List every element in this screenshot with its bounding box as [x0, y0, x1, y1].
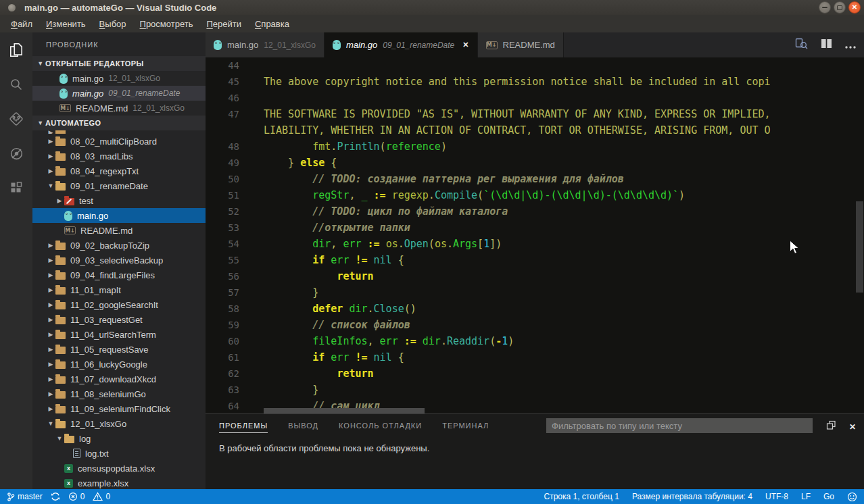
tree-item-11_07_downloadXkcd[interactable]: ▶11_07_downloadXkcd [32, 372, 206, 386]
tab-size-item[interactable]: Размер интервала табуляции: 4 [632, 492, 752, 501]
panel-tab-вывод[interactable]: ВЫВОД [288, 422, 318, 432]
sync-item[interactable] [51, 492, 60, 501]
editor-tab-main.go[interactable]: main.go12_01_xlsxGo [206, 32, 325, 57]
code-line: 57 } [206, 284, 864, 301]
minimize-button[interactable] [819, 1, 831, 14]
menu-просмотреть[interactable]: Просмотреть [133, 19, 200, 29]
folder-icon [55, 302, 66, 309]
tab-detail: 12_01_xlsxGo [264, 41, 316, 50]
open-editors-section-header[interactable]: ▼ ОТКРЫТЫЕ РЕДАКТОРЫ [32, 56, 206, 71]
open-preview-icon[interactable] [795, 38, 808, 53]
line-number: 53 [206, 220, 239, 236]
maximize-panel-icon[interactable] [826, 420, 836, 433]
tree-item-11_08_seleniumGo[interactable]: ▶11_08_seleniumGo [32, 386, 206, 401]
code-line: 58 defer dir.Close() [206, 301, 864, 317]
editor-tab-main.go[interactable]: main.go09_01_renameDate✕ [325, 32, 478, 57]
tree-item-main.go[interactable]: main.go [32, 208, 206, 223]
activity-explorer-icon[interactable] [8, 42, 24, 58]
language-mode-item[interactable]: Go [823, 492, 834, 501]
cursor-position-item[interactable]: Строка 1, столбец 1 [544, 492, 619, 501]
tree-item-label: 11_03_requestGet [70, 315, 143, 325]
close-button[interactable] [848, 1, 861, 14]
tree-item-11_05_requestSave[interactable]: ▶11_05_requestSave [32, 342, 206, 357]
folder-icon [55, 130, 66, 134]
maximize-button[interactable] [834, 1, 846, 14]
warnings-item[interactable]: 0 [93, 492, 110, 501]
vertical-scrollbar[interactable] [856, 201, 863, 293]
panel-tab-терминал[interactable]: ТЕРМИНАЛ [442, 422, 489, 432]
markdown-file-icon: M↓ [64, 226, 76, 234]
tree-item-censuspopdata.xlsx[interactable]: xcensuspopdata.xlsx [32, 461, 206, 476]
activity-debug-icon[interactable] [8, 145, 24, 161]
chevron-right-icon: ▶ [46, 257, 55, 263]
tree-item-12_01_xlsxGo[interactable]: ▼12_01_xlsxGo [32, 416, 206, 431]
tree-item-08_03_madLibs[interactable]: ▶08_03_madLibs [32, 149, 206, 163]
tree-item-08_04_regexpTxt[interactable]: ▶08_04_regexpTxt [32, 163, 206, 178]
tree-item-test[interactable]: ▶test [32, 193, 206, 208]
errors-item[interactable]: 0 [68, 492, 85, 501]
code-editor[interactable]: 4445The above copyright notice and this … [206, 57, 864, 413]
tree-item-11_09_seleniumFindClick[interactable]: ▶11_09_seleniumFindClick [32, 401, 206, 416]
git-branch-item[interactable]: master [7, 492, 43, 502]
code-line: 48 fmt.Println(reference) [206, 138, 864, 155]
tree-item-label: 11_07_downloadXkcd [70, 374, 156, 384]
tree-item-label: 11_08_seleniumGo [70, 389, 146, 399]
menu-перейти[interactable]: Перейти [199, 19, 248, 29]
tab-close-icon[interactable]: ✕ [462, 41, 469, 49]
menu-файл[interactable]: Файл [4, 19, 39, 29]
tree-item-08_02_multiClipBoard[interactable]: ▶08_02_multiClipBoard [32, 134, 206, 149]
close-panel-icon[interactable]: ✕ [849, 422, 856, 432]
open-editor-item[interactable]: main.go12_01_xlsxGo [32, 71, 206, 86]
tree-item-09_04_findLargeFiles[interactable]: ▶09_04_findLargeFiles [32, 268, 206, 282]
chevron-right-icon: ▶ [55, 197, 64, 204]
markdown-file-icon: M↓ [59, 104, 71, 112]
panel-tab-проблемы[interactable]: ПРОБЛЕМЫ [219, 422, 268, 433]
chevron-right-icon: ▶ [46, 376, 55, 382]
encoding-item[interactable]: UTF-8 [765, 492, 788, 501]
activity-extensions-icon[interactable] [8, 180, 24, 196]
menu-справка[interactable]: Справка [248, 19, 296, 29]
tree-item-example.xlsx[interactable]: xexample.xlsx [32, 476, 206, 489]
project-section-header[interactable]: ▼ AUTOMATEGO [32, 116, 206, 130]
tree-item-label: 09_02_backupToZip [70, 241, 149, 251]
code-line: 50 // TODO: создание паттерна рег выраже… [206, 171, 864, 187]
eol-item[interactable]: LF [801, 492, 811, 501]
more-actions-icon[interactable] [845, 39, 856, 51]
tree-item-log[interactable]: ▼log [32, 431, 206, 446]
tree-item-log.txt[interactable]: log.txt [32, 446, 206, 461]
tree-item-11_06_luckyGoogle[interactable]: ▶11_06_luckyGoogle [32, 357, 206, 372]
horizontal-scrollbar[interactable] [264, 408, 425, 413]
folder-icon [55, 257, 66, 265]
menu-изменить[interactable]: Изменить [39, 19, 93, 29]
code-line: 52 // TODO: цикл по файлам каталога [206, 203, 864, 220]
tree-item-09_03_selectiveBackup[interactable]: ▶09_03_selectiveBackup [32, 253, 206, 268]
tree-item-README.md[interactable]: M↓README.md [32, 223, 206, 238]
chevron-right-icon: ▶ [46, 346, 55, 353]
folder-icon [55, 406, 66, 413]
panel-tab-консоль отладки[interactable]: КОНСОЛЬ ОТЛАДКИ [339, 422, 422, 432]
activity-source-control-icon[interactable] [8, 111, 24, 127]
tree-item-11_04_urlSearchTerm[interactable]: ▶11_04_urlSearchTerm [32, 327, 206, 342]
tree-item-11_01_mapIt[interactable]: ▶11_01_mapIt [32, 282, 206, 297]
editor-tab-README.md[interactable]: M↓README.md [478, 32, 564, 57]
bottom-panel: ПРОБЛЕМЫВЫВОДКОНСОЛЬ ОТЛАДКИТЕРМИНАЛ ✕ В… [206, 413, 864, 489]
menu-выбор[interactable]: Выбор [93, 19, 133, 29]
split-editor-icon[interactable] [821, 39, 832, 51]
tree-item-09_01_renameDate[interactable]: ▼09_01_renameDate [32, 178, 206, 193]
folder-icon [55, 168, 66, 176]
open-editor-item[interactable]: main.go09_01_renameDate [32, 86, 206, 101]
tree-item-09_02_backupToZip[interactable]: ▶09_02_backupToZip [32, 238, 206, 253]
problems-filter-input[interactable] [546, 418, 813, 433]
tree-item-label: 11_06_luckyGoogle [70, 359, 147, 370]
tree-item-label: 08_04_regexpTxt [70, 166, 139, 176]
activity-bar [0, 32, 32, 489]
code-line: 63 } [206, 382, 864, 398]
workbench: ПРОВОДНИК ▼ ОТКРЫТЫЕ РЕДАКТОРЫ main.go12… [0, 32, 864, 489]
open-editor-item[interactable]: M↓README.md12_01_xlsxGo [32, 101, 206, 116]
chevron-right-icon: ▶ [46, 361, 55, 368]
activity-search-icon[interactable] [8, 76, 24, 93]
tree-item-11_02_googleSearchIt[interactable]: ▶11_02_googleSearchIt [32, 297, 206, 312]
feedback-smiley-icon[interactable] [847, 492, 857, 502]
code-lines: 4445The above copyright notice and this … [206, 57, 864, 413]
tree-item-11_03_requestGet[interactable]: ▶11_03_requestGet [32, 312, 206, 327]
